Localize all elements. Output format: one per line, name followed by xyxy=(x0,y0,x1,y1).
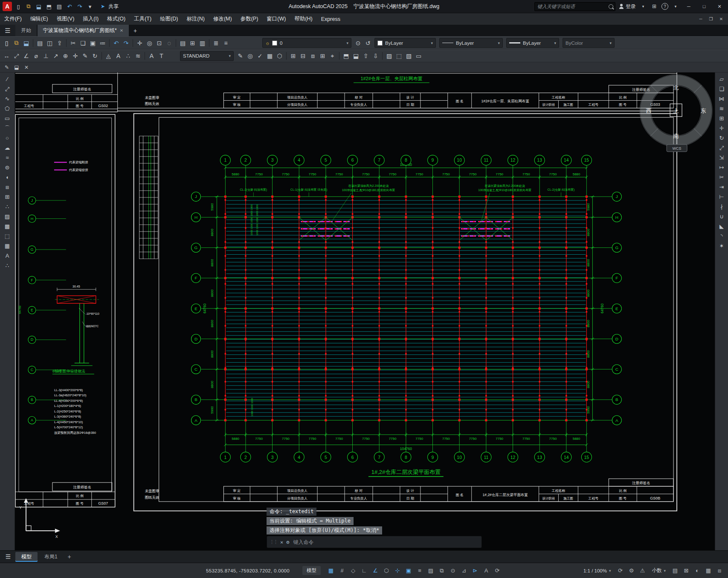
hatch-icon[interactable]: ▨ xyxy=(3,212,12,221)
dim-ordinate-icon[interactable]: ⊥ xyxy=(41,51,51,61)
dim-radius-icon[interactable]: ⌀ xyxy=(31,51,41,61)
layer-dropdown[interactable]: ☼0▾ xyxy=(262,38,351,48)
boundary-tool-icon[interactable]: ⬚ xyxy=(394,51,404,61)
make-object-layer-current-icon[interactable]: ⊙ xyxy=(353,38,363,48)
polyline-icon[interactable]: ∿ xyxy=(3,94,12,103)
mirror-icon[interactable]: ⋈ xyxy=(717,94,726,103)
cart-icon[interactable]: ⊞ xyxy=(650,3,658,10)
qleader-icon[interactable]: ↗ xyxy=(51,51,61,61)
tolerance-icon[interactable]: ⊕ xyxy=(61,51,70,61)
minimize-button[interactable]: ─ xyxy=(683,1,695,12)
dim-linear-icon[interactable]: ↔ xyxy=(2,51,12,61)
trim-icon[interactable]: ✂ xyxy=(717,173,726,182)
join-icon[interactable]: ∪ xyxy=(717,212,726,221)
linetype-dropdown[interactable]: ByLayer▾ xyxy=(439,38,503,48)
line-icon[interactable]: ∕ xyxy=(3,75,12,84)
edit-text-icon[interactable]: ✎ xyxy=(235,51,245,61)
match-properties-icon[interactable]: ≔ xyxy=(98,38,107,48)
rotate-icon[interactable]: ↻ xyxy=(717,134,726,142)
tab-start[interactable]: 开始 xyxy=(15,25,37,36)
autocad-logo-icon[interactable]: A xyxy=(3,2,12,11)
point-style-icon[interactable]: ∴ xyxy=(123,51,133,61)
dynamic-ucs-toggle[interactable]: ⊿ xyxy=(459,566,469,575)
save-icon[interactable]: ⬓ xyxy=(34,2,44,11)
offset-icon[interactable]: ≋ xyxy=(717,104,726,113)
chamfer-icon[interactable]: ◣ xyxy=(717,222,726,231)
dim-update-icon[interactable]: ↻ xyxy=(90,51,100,61)
tab-drawing[interactable]: 宁波某物流中心钢结构厂房图纸* ✕ xyxy=(38,25,129,36)
erase-icon[interactable]: ▱ xyxy=(717,75,726,84)
polygon-icon[interactable]: ⬠ xyxy=(3,104,12,113)
dim-angular-icon[interactable]: ∠ xyxy=(21,51,31,61)
field-icon[interactable]: ⬡ xyxy=(275,51,284,61)
menu-13[interactable]: Express xyxy=(317,15,345,24)
menu-2[interactable]: 编辑(E) xyxy=(26,14,52,24)
signin-button[interactable]: 登录 xyxy=(619,3,636,10)
layout-menu-icon[interactable]: ☰ xyxy=(2,553,15,560)
publish-icon[interactable]: ⇪ xyxy=(55,38,64,48)
tab-model[interactable]: 模型 xyxy=(15,552,38,562)
caret-down-icon[interactable]: ▾ xyxy=(639,3,647,10)
snap-mode-toggle[interactable]: # xyxy=(337,566,347,575)
dim-aligned-icon[interactable]: ⤢ xyxy=(12,51,21,61)
command-input-bar[interactable]: ⋮⋮ ✕ ⚙ xyxy=(267,536,482,548)
units-control[interactable]: 小数 ▾ xyxy=(648,566,669,575)
tool-palettes-icon[interactable]: ▥ xyxy=(197,38,207,48)
plot-icon[interactable]: ▤ xyxy=(55,2,64,11)
gradient-icon[interactable]: ▩ xyxy=(3,222,12,231)
layer-previous-icon[interactable]: ↺ xyxy=(363,38,373,48)
customize-icon[interactable]: ⚙ xyxy=(286,539,289,545)
circle-icon[interactable]: ○ xyxy=(3,134,12,142)
plotstyle-dropdown[interactable]: ByColor▾ xyxy=(563,38,615,48)
base-point-icon[interactable]: ⌖ xyxy=(328,51,337,61)
copy-icon[interactable]: ❏ xyxy=(78,38,88,48)
menu-9[interactable]: 修改(M) xyxy=(209,14,236,24)
mdi-restore-button[interactable]: ❐ xyxy=(706,15,716,24)
cut-icon[interactable]: ✂ xyxy=(68,38,78,48)
quick-properties-icon[interactable]: ▤ xyxy=(670,566,680,575)
multiline-text-icon[interactable]: A xyxy=(3,251,12,260)
search-icon[interactable] xyxy=(609,4,613,9)
extend-icon[interactable]: ⇥ xyxy=(717,183,726,192)
save-icon[interactable]: ⬓ xyxy=(21,38,31,48)
drag-grip-icon[interactable]: ⋮⋮ xyxy=(270,539,277,545)
close-icon[interactable]: ✕ xyxy=(280,539,283,545)
center-mark-icon[interactable]: ✛ xyxy=(70,51,80,61)
menu-6[interactable]: 工具(T) xyxy=(130,14,156,24)
ellipse-icon[interactable]: ⊜ xyxy=(3,163,12,172)
zoom-realtime-icon[interactable]: ◎ xyxy=(145,38,154,48)
spell-check-icon[interactable]: ✓ xyxy=(255,51,265,61)
close-button[interactable]: ✕ xyxy=(713,1,725,12)
mdi-close-button[interactable]: ✕ xyxy=(716,15,726,24)
graphics-performance-icon[interactable]: ▦ xyxy=(703,566,713,575)
menu-11[interactable]: 窗口(W) xyxy=(262,14,290,24)
infer-constraints-toggle[interactable]: ◇ xyxy=(348,566,358,575)
lineweight-display-toggle[interactable]: ≡ xyxy=(415,566,425,575)
undo-icon[interactable]: ↶ xyxy=(65,2,74,11)
dim-style-icon[interactable]: ◬ xyxy=(104,51,113,61)
construction-line-icon[interactable]: ⤢ xyxy=(3,84,12,93)
dynamic-input-toggle[interactable]: ⊳ xyxy=(470,566,480,575)
command-line-panel[interactable]: 命令: _textedit 当前设置: 编辑模式 = Multiple 选择注释… xyxy=(267,508,482,548)
layer-states-icon[interactable]: ≡ xyxy=(221,38,231,48)
move-icon[interactable]: ✛ xyxy=(717,124,726,133)
object-isolate-icon[interactable]: ◐ xyxy=(692,566,702,575)
copy-icon[interactable]: ❏ xyxy=(717,84,726,93)
lock-ui-icon[interactable]: ⊠ xyxy=(681,566,691,575)
open-icon[interactable]: ⧉ xyxy=(24,2,33,11)
dim-edit-icon[interactable]: ✎ xyxy=(80,51,90,61)
wipeout-icon[interactable]: ▭ xyxy=(414,51,423,61)
region-icon[interactable]: ⬚ xyxy=(3,232,12,241)
insert-block-icon[interactable]: ⧈ xyxy=(308,51,318,61)
layer-properties-icon[interactable]: ≣ xyxy=(211,38,221,48)
annotation-monitor-icon[interactable]: ⚠ xyxy=(637,566,647,575)
help-icon[interactable]: ? xyxy=(661,3,668,10)
find-icon[interactable]: ◎ xyxy=(245,51,255,61)
search-box[interactable] xyxy=(534,2,615,11)
block-editor-icon[interactable]: ⊞ xyxy=(288,51,298,61)
cad-drawing[interactable]: 1#2#仓库一层、夹层柱网布置未盖图章图纸无效注册师签名审 定审 核项目总负责人… xyxy=(15,73,715,550)
lengthen-icon[interactable]: ↦ xyxy=(717,163,726,172)
caret-down-icon[interactable]: ▾ xyxy=(672,3,679,10)
plot-preview-icon[interactable]: ◫ xyxy=(45,38,55,48)
object-snap-toggle[interactable]: ▣ xyxy=(403,566,414,575)
